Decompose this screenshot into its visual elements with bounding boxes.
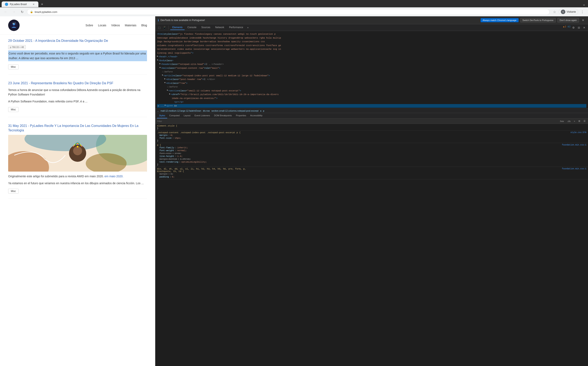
tree-line[interactable]: ▼ <section class="small-12 columns notep…	[157, 89, 586, 93]
filter-menu[interactable]: ☰	[583, 119, 586, 123]
match-language-button[interactable]: Always match Chrome's language	[481, 18, 518, 22]
dont-show-again-button[interactable]: Don't show again	[557, 18, 579, 23]
tab-network[interactable]: Network	[213, 25, 226, 30]
css-rule-p: p { foundation.min.css:1 font-family: in…	[155, 143, 588, 167]
breadcrumb-article[interactable]: mall-12.medium-12.large-12.fadeInDown	[161, 110, 201, 112]
breadcrumb-ellipsis[interactable]: ...	[157, 110, 159, 112]
nav-materiais[interactable]: Materiais	[125, 24, 136, 27]
css-property-line: padding: 0;	[157, 175, 586, 178]
tree-line[interactable]: ▶ <div class="post-header row"> ☰ </div>	[157, 77, 586, 81]
tab-sources[interactable]: Sources	[199, 25, 212, 30]
more-tabs-button[interactable]: »	[246, 25, 250, 30]
tab-accessibility[interactable]: Accessibility	[248, 113, 265, 118]
filter-add[interactable]: +	[573, 120, 576, 123]
css-property-line: text-rendering: optimizeLegibility;	[157, 160, 586, 163]
close-devtools-button[interactable]: ✕	[582, 25, 586, 30]
filter-hov[interactable]: :hov	[559, 120, 565, 123]
tab-dom-breakpoints[interactable]: DOM Breakpoints	[212, 113, 234, 118]
tab-computed[interactable]: Computed	[167, 113, 182, 118]
refresh-button[interactable]: ↻	[19, 8, 25, 15]
css-property-line: margin-bottom: 1.25rem;	[157, 158, 586, 160]
tree-line: ::before	[157, 70, 586, 74]
post-title[interactable]: 23 June 2021 - Representante Brasileira …	[8, 81, 147, 85]
tab-extras-button[interactable]: ⌄	[582, 1, 586, 7]
settings-button[interactable]: ⚙	[571, 25, 576, 30]
post-item: 23 June 2021 - Representante Brasileira …	[8, 81, 147, 117]
tree-line: idade-na-organizacao-de-eventos/">	[157, 97, 586, 100]
device-toggle-button[interactable]: 📱	[162, 25, 167, 30]
tab-close-button[interactable]: ✕	[32, 3, 35, 6]
warning-badge: ▲2	[563, 25, 566, 30]
active-tab[interactable]: 🌐 PyLadies Brasil ✕	[2, 1, 38, 7]
address-bar[interactable]: 🔒 brazil.pyladies.com	[27, 9, 550, 15]
css-rule-element-style: element.style { }	[155, 124, 588, 130]
tree-line[interactable]: <p></p>	[157, 100, 586, 104]
breadcrumb-a[interactable]: a	[260, 110, 261, 112]
css-source-link[interactable]: foundation.min.css:1	[562, 168, 586, 170]
inspect-element-button[interactable]: ⬚	[157, 25, 162, 30]
tree-line[interactable]: ▼ <body class>	[157, 59, 586, 63]
tree-line: linesvg smil svgclippaths">	[157, 51, 586, 55]
tab-event-listeners[interactable]: Event Listeners	[193, 113, 212, 118]
post-title-3[interactable]: 31 May 2021 - PyLadies Recife Y La Impor…	[8, 124, 147, 133]
back-button[interactable]: ←	[2, 8, 9, 15]
tree-line[interactable]: ▼ <main class="notepad-content row" role…	[157, 66, 586, 70]
misc-button-3[interactable]: Misc	[8, 189, 19, 194]
notification-text: DevTools is now available in Portuguese!	[161, 19, 479, 22]
post-title[interactable]: 29 October 2021 - A Importância Da Diver…	[8, 38, 147, 43]
tab-elements[interactable]: Elements	[170, 25, 185, 30]
tree-line[interactable]: ▶ <header class="notepad-site-head"> ☰ ……	[157, 62, 586, 66]
html-tree: <html style class="js flexbox flexboxleg…	[155, 31, 588, 108]
forward-button[interactable]: →	[11, 8, 17, 15]
new-tab-button[interactable]: +	[39, 1, 45, 7]
tree-line[interactable]: ▼ <div class="row">	[157, 81, 586, 85]
dock-button[interactable]: ⊟	[577, 25, 581, 30]
tree-line[interactable]: ▶ <a href="http://brasil.pyladies.com/20…	[157, 93, 586, 97]
nav-locais[interactable]: Locais	[98, 24, 106, 27]
switch-devtools-button[interactable]: Switch DevTools to Portuguese	[520, 18, 556, 23]
site-nav: Sobre Locais Videos Materiais Blog	[85, 24, 147, 27]
notification-close-button[interactable]: ✕	[581, 18, 586, 22]
nav-sobre[interactable]: Sobre	[85, 24, 93, 27]
css-brace: }	[157, 127, 158, 130]
styles-filter-input[interactable]	[157, 120, 557, 122]
tree-line-selected[interactable]: ▶ ... ▼ <p> == $0	[157, 104, 586, 108]
filter-grid[interactable]: ⊞	[578, 119, 581, 123]
tab-styles[interactable]: Styles	[157, 113, 167, 118]
tab-console[interactable]: Console	[185, 25, 198, 30]
nav-videos[interactable]: Videos	[111, 24, 120, 27]
tab-performance[interactable]: Performance	[227, 25, 245, 30]
misc-button[interactable]: Misc	[8, 64, 19, 69]
panel-tabs: Styles Computed Layout Event Listeners D…	[155, 113, 588, 119]
tab-properties[interactable]: Properties	[234, 113, 248, 118]
devtools-settings: ▲2 ℹ 2 ⚙ ⊟ ✕	[563, 25, 586, 30]
lock-icon: 🔒	[30, 10, 33, 13]
css-source-link[interactable]: style.css:570	[570, 131, 586, 134]
post-excerpt-3b: Ya estamos en el futuro que veíamos en n…	[8, 181, 147, 185]
tree-line: <html style class="js flexbox flexboxleg…	[157, 32, 586, 36]
nav-blog[interactable]: Blog	[141, 24, 147, 27]
filter-cls[interactable]: .cls	[566, 120, 572, 123]
breadcrumb-section[interactable]: section.small-12.columns.notepad-post-ex…	[211, 110, 259, 112]
breadcrumb-div-row[interactable]: div.row	[203, 110, 210, 112]
styles-filter-bar: :hov .cls + ⊞ ☰	[155, 119, 588, 124]
post-item: 29 October 2021 - A Importância Da Diver…	[8, 38, 147, 75]
bookmark-button[interactable]: ☆	[551, 8, 558, 15]
misc-button-2[interactable]: Misc	[8, 107, 19, 112]
css-property-line: font-size: 1rem;	[157, 152, 586, 155]
css-selector: div, dl, dt, dd, ul, ol, li, h1, h2, h3,…	[157, 168, 246, 170]
tab-favicon: 🌐	[5, 3, 8, 6]
nav-bar: ← → ↻ 🔒 brazil.pyladies.com ☆ V Visitant…	[0, 7, 588, 16]
profile-button[interactable]: V Visitante	[559, 8, 578, 15]
element-tooltip: p 760.33 × 48	[8, 45, 26, 49]
tab-bar: 🌐 PyLadies Brasil ✕ + ⌄	[0, 0, 588, 7]
css-property-line: font-weight: normal;	[157, 149, 586, 152]
post-image	[8, 135, 147, 172]
devtools-toolbar: ⬚ 📱 Elements Console Sources Network Per…	[155, 24, 588, 31]
tree-line[interactable]: ▼ <article class="notepad-index-post pos…	[157, 74, 586, 78]
tab-layout[interactable]: Layout	[182, 113, 193, 118]
css-source-link[interactable]: foundation.min.css:1	[562, 144, 586, 146]
menu-button[interactable]: ⋮	[579, 8, 586, 15]
tree-line[interactable]: ▶ <head> … </head>	[157, 55, 586, 59]
breadcrumb-p[interactable]: p	[263, 110, 264, 112]
